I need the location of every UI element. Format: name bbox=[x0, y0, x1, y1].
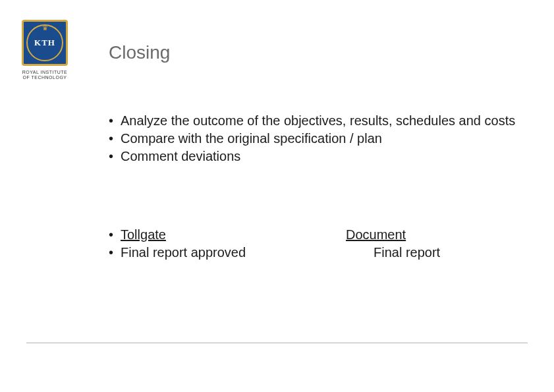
logo-caption: ROYAL INSTITUTE OF TECHNOLOGY bbox=[12, 70, 78, 81]
left-column: Tollgate Final report approved bbox=[109, 226, 346, 262]
slide-title: Closing bbox=[109, 42, 517, 63]
logo-caption-line2: OF TECHNOLOGY bbox=[12, 75, 78, 80]
bullet-item-final-report-approved: Final report approved bbox=[109, 244, 346, 262]
bullet-item: Analyze the outcome of the objectives, r… bbox=[109, 112, 517, 130]
two-column-section: Tollgate Final report approved Document … bbox=[109, 226, 517, 262]
kth-logo-block: ♛ KTH ROYAL INSTITUTE OF TECHNOLOGY bbox=[12, 20, 78, 81]
bullet-item-tollgate: Tollgate bbox=[109, 226, 346, 244]
crown-icon: ♛ bbox=[42, 24, 48, 32]
logo-caption-line1: ROYAL INSTITUTE bbox=[12, 70, 78, 75]
bullet-item: Comment deviations bbox=[109, 148, 517, 165]
bullet-list-bottom: Tollgate Final report approved bbox=[109, 226, 346, 262]
bullet-list-top: Analyze the outcome of the objectives, r… bbox=[109, 112, 517, 165]
document-item: Final report bbox=[346, 244, 517, 262]
document-heading: Document bbox=[346, 226, 517, 244]
slide-content: Closing Analyze the outcome of the objec… bbox=[109, 42, 517, 262]
logo-text: KTH bbox=[34, 38, 55, 48]
right-column: Document Final report bbox=[346, 226, 517, 262]
footer-divider bbox=[26, 343, 528, 343]
kth-logo-emblem: ♛ KTH bbox=[22, 20, 68, 66]
bullet-item: Compare with the original specification … bbox=[109, 130, 517, 148]
